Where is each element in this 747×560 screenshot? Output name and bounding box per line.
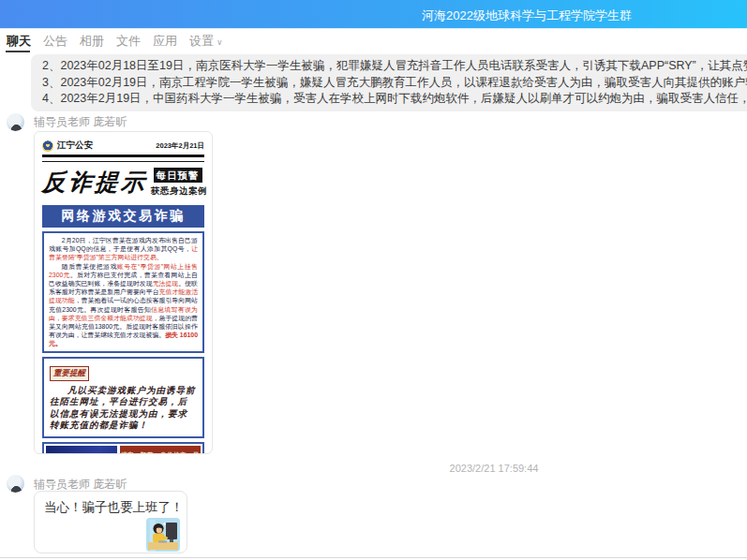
tab-chat[interactable]: 聊天 <box>7 33 31 50</box>
poster-reminder-box: 重要提醒 凡以买卖游戏账户为由诱导前往陌生网址，平台进行交易，后以信息有误无法提… <box>42 357 204 438</box>
poster-title: 反诈提示 <box>41 166 149 199</box>
police-badge-icon <box>42 140 53 152</box>
poster-org: 江宁公安 <box>57 140 93 152</box>
poster-divider <box>42 155 204 162</box>
tab-settings-label: 设置 <box>189 34 214 48</box>
person-at-computer-sticker[interactable] <box>146 518 180 552</box>
warning-line: 3、2023年02月19日，南京工程学院一学生被骗，嫌疑人冒充大鹏教育工作人员，… <box>42 75 747 92</box>
qr-panel <box>46 446 117 454</box>
poster-tag: 每日预警 <box>154 168 202 183</box>
avatar[interactable] <box>7 475 24 493</box>
poster-footer: 报案、预警、身份核实、风险查询 就下“国家反诈中心APP” <box>42 442 204 454</box>
tab-files[interactable]: 文件 <box>116 33 141 50</box>
tab-announcements[interactable]: 公告 <box>43 33 67 50</box>
chat-window: 河海2022级地球科学与工程学院学生群 聊天 公告 相册 文件 应用 设置∨ 2… <box>0 0 747 560</box>
window-titlebar: 河海2022级地球科学与工程学院学生群 <box>0 0 747 29</box>
timestamp: 2023/2/21 17:59:44 <box>450 463 539 474</box>
tab-settings[interactable]: 设置∨ <box>189 33 223 50</box>
footer-line: 报案、预警、身份核实、风险查询 <box>120 450 201 454</box>
sender-name: 辅导员老师 庞若昕 <box>34 114 127 130</box>
avatar[interactable] <box>7 113 24 131</box>
warning-line: 4、2023年2月19日，中国药科大学一学生被骗，受害人在学校上网时下载约炮软件… <box>42 91 747 108</box>
case-paragraph: 随后曹某便把游戏账号在“季贷游”网站上挂售2300元。后对方称已支付完成，曹某查… <box>49 262 198 348</box>
warning-line: 2、2023年02月18日至19日，南京医科大学一学生被骗，犯罪嫌疑人冒充抖音工… <box>42 58 747 75</box>
anti-fraud-poster-image[interactable]: 江宁公安 2023年2月21日 反诈提示 每日预警 获悉身边案例 网络游戏交易诈… <box>34 131 213 454</box>
poster-case-box: 2月20日，江宁区曹某在游戏内发布出售自己游戏账号加QQ的信息，于是便有人添加其… <box>42 231 204 353</box>
tab-bar: 聊天 公告 相册 文件 应用 设置∨ <box>0 29 747 53</box>
message-bubble-text: 当心！骗子也要上班了！ <box>34 491 187 553</box>
poster-title-row: 反诈提示 每日预警 获悉身边案例 <box>42 166 204 200</box>
active-tab-underline <box>6 51 30 52</box>
reminder-label: 重要提醒 <box>50 366 89 381</box>
bottom-divider <box>0 557 747 558</box>
chevron-down-icon: ∨ <box>217 37 223 47</box>
tab-apps[interactable]: 应用 <box>153 33 177 50</box>
tab-album[interactable]: 相册 <box>80 33 104 50</box>
poster-banner: 网络游戏交易诈骗 <box>42 205 204 228</box>
poster-header: 江宁公安 2023年2月21日 <box>42 140 204 152</box>
reminder-text: 凡以买卖游戏账户为由诱导前往陌生网址，平台进行交易，后以信息有误无法提现为由，要… <box>50 385 197 432</box>
poster-date: 2023年2月21日 <box>156 141 204 151</box>
group-title: 河海2022级地球科学与工程学院学生群 <box>422 7 632 24</box>
poster-subtitle: 获悉身边案例 <box>151 185 204 198</box>
message-text: 当心！骗子也要上班了！ <box>35 492 187 516</box>
message-bubble-warning-list: 2、2023年02月18日至19日，南京医科大学一学生被骗，犯罪嫌疑人冒充抖音工… <box>31 54 747 111</box>
footer-notice: 报案、预警、身份核实、风险查询 就下“国家反诈中心APP” <box>120 446 201 454</box>
case-paragraph: 2月20日，江宁区曹某在游戏内发布出售自己游戏账号加QQ的信息，于是便有人添加其… <box>49 236 198 262</box>
